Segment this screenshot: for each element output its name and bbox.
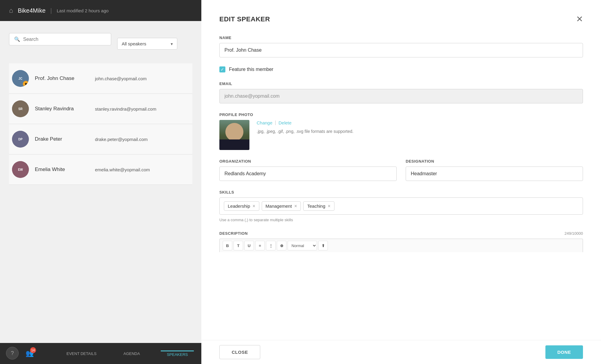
profile-photo-row: Change | Delete .jpg, .jpeg, .gif, .png,… <box>219 120 583 150</box>
char-count: 249/10000 <box>565 231 583 236</box>
description-label: DESCRIPTION <box>219 231 248 236</box>
notification-badge-count: 14 <box>30 347 36 353</box>
organization-label: ORGANIZATION <box>219 159 397 164</box>
toolbar-bold-button[interactable]: B <box>223 241 232 250</box>
photo-format-hint: .jpg, .jpeg, .gif, .png, .svg file forma… <box>257 129 353 134</box>
name-section: NAME <box>219 35 583 57</box>
remove-leadership-button[interactable]: × <box>252 204 255 209</box>
feature-member-checkbox[interactable]: ✓ <box>219 66 225 72</box>
skills-section: SKILLS Leadership × Management × Teachin… <box>219 190 583 222</box>
profile-photo-label: PROFILE PHOTO <box>219 112 583 117</box>
edit-speaker-modal: EDIT SPEAKER ✕ NAME ✓ Feature this membe… <box>201 0 601 364</box>
description-section: DESCRIPTION 249/10000 B T U ≡ ⋮ ⊕ Normal… <box>219 231 583 252</box>
nav-item-speakers[interactable]: SPEAKERS <box>161 350 194 357</box>
speaker-name: Stanley Ravindra <box>35 106 95 112</box>
nav-item-agenda[interactable]: AGENDA <box>117 351 146 356</box>
home-icon[interactable]: ⌂ <box>9 7 13 14</box>
modal-close-x-button[interactable]: ✕ <box>576 15 583 23</box>
toolbar-underline-button[interactable]: U <box>244 241 254 250</box>
feature-member-label: Feature this member <box>229 67 273 72</box>
bottom-nav: ? 👥 14 EVENT DETAILS AGENDA SPEAKERS <box>0 343 201 364</box>
email-label: EMAIL <box>219 81 583 86</box>
speaker-name: Emelia White <box>35 167 95 173</box>
toolbar-link-button[interactable]: ⊕ <box>277 241 286 250</box>
skill-name-teaching: Teaching <box>307 203 325 209</box>
speaker-email: emelia.white@yopmail.com <box>95 167 150 172</box>
designation-input[interactable] <box>406 167 583 181</box>
filter-selected: All speakers <box>122 41 171 46</box>
nav-label-speakers: SPEAKERS <box>167 352 188 357</box>
avatar: SR <box>12 100 29 117</box>
skill-name-leadership: Leadership <box>228 203 250 209</box>
main-content: 🔍 All speakers ▾ JC ★ Prof. John Chase j… <box>0 21 201 343</box>
notifications-button[interactable]: 👥 14 <box>26 350 34 357</box>
question-icon: ? <box>11 350 14 356</box>
remove-management-button[interactable]: × <box>294 204 297 209</box>
toolbar-extra-button[interactable]: ⬆ <box>318 241 328 250</box>
organization-input[interactable] <box>219 167 397 181</box>
change-photo-link[interactable]: Change <box>257 120 273 125</box>
description-toolbar: B T U ≡ ⋮ ⊕ Normal Heading 1 Heading 2 ⬆ <box>219 239 583 252</box>
remove-teaching-button[interactable]: × <box>328 204 331 209</box>
skill-tag-leadership: Leadership × <box>224 201 259 211</box>
modal-title: EDIT SPEAKER <box>219 15 270 23</box>
nav-label-agenda: AGENDA <box>124 351 140 356</box>
done-button[interactable]: DONE <box>545 345 583 359</box>
avatar: EW <box>12 161 29 178</box>
avatar: DP <box>12 131 29 148</box>
featured-badge: ★ <box>23 81 29 87</box>
org-designation-row: ORGANIZATION DESIGNATION <box>219 159 583 181</box>
search-bar[interactable]: 🔍 <box>9 33 111 45</box>
chevron-down-icon: ▾ <box>171 41 173 46</box>
last-modified: Last modified 2 hours ago <box>57 8 109 13</box>
table-row[interactable]: JC ★ Prof. John Chase john.chase@yopmail… <box>9 63 192 94</box>
email-section: EMAIL <box>219 81 583 103</box>
speaker-email: drake.peter@yopmail.com <box>95 137 148 142</box>
table-row[interactable]: SR Stanley Ravindra stanley.ravindra@yop… <box>9 94 192 124</box>
skills-hint: Use a comma (,) to separate multiple ski… <box>219 218 583 222</box>
profile-photo-thumbnail <box>219 120 249 150</box>
toolbar-text-button[interactable]: T <box>233 241 243 250</box>
name-label: NAME <box>219 35 583 40</box>
name-input[interactable] <box>219 43 583 57</box>
designation-label: DESIGNATION <box>406 159 583 164</box>
feature-member-row[interactable]: ✓ Feature this member <box>219 66 583 72</box>
skill-tag-teaching: Teaching × <box>303 201 334 211</box>
nav-item-event-details[interactable]: EVENT DETAILS <box>60 351 102 356</box>
speaker-name: Drake Peter <box>35 136 95 142</box>
organization-section: ORGANIZATION <box>219 159 397 181</box>
photo-action-row: Change | Delete <box>257 120 353 125</box>
delete-photo-link[interactable]: Delete <box>279 120 291 125</box>
speaker-email: stanley.ravindra@yopmail.com <box>95 106 156 112</box>
skill-tag-management: Management × <box>262 201 301 211</box>
designation-section: DESIGNATION <box>406 159 583 181</box>
speaker-email: john.chase@yopmail.com <box>95 76 147 81</box>
toolbar-ordered-list-button[interactable]: ⋮ <box>266 241 276 250</box>
search-icon: 🔍 <box>14 36 20 42</box>
search-input[interactable] <box>23 37 106 42</box>
avatar: JC ★ <box>12 70 29 87</box>
email-input <box>219 89 583 103</box>
skills-container[interactable]: Leadership × Management × Teaching × <box>219 197 583 215</box>
toolbar-list-button[interactable]: ≡ <box>255 241 265 250</box>
app-title: Bike4Mike <box>18 7 45 14</box>
check-icon: ✓ <box>221 67 224 72</box>
description-header: DESCRIPTION 249/10000 <box>219 231 583 236</box>
skills-label: SKILLS <box>219 190 583 194</box>
nav-label-event-details: EVENT DETAILS <box>66 351 96 356</box>
speaker-list: JC ★ Prof. John Chase john.chase@yopmail… <box>9 63 192 185</box>
toolbar-format-select[interactable]: Normal Heading 1 Heading 2 <box>288 241 317 250</box>
help-button[interactable]: ? <box>6 347 19 359</box>
modal-footer: CLOSE DONE <box>201 340 601 364</box>
photo-divider: | <box>275 120 276 125</box>
speaker-name: Prof. John Chase <box>35 75 95 81</box>
skill-name-management: Management <box>266 203 292 209</box>
table-row[interactable]: EW Emelia White emelia.white@yopmail.com <box>9 154 192 185</box>
modal-header: EDIT SPEAKER ✕ <box>219 15 583 23</box>
speaker-filter-dropdown[interactable]: All speakers ▾ <box>117 38 177 50</box>
profile-photo-section: PROFILE PHOTO Change | Delete .jpg, .jpe… <box>219 112 583 150</box>
close-button[interactable]: CLOSE <box>219 345 260 359</box>
table-row[interactable]: DP Drake Peter drake.peter@yopmail.com <box>9 124 192 154</box>
photo-actions: Change | Delete .jpg, .jpeg, .gif, .png,… <box>257 120 353 134</box>
title-divider: | <box>50 7 52 14</box>
